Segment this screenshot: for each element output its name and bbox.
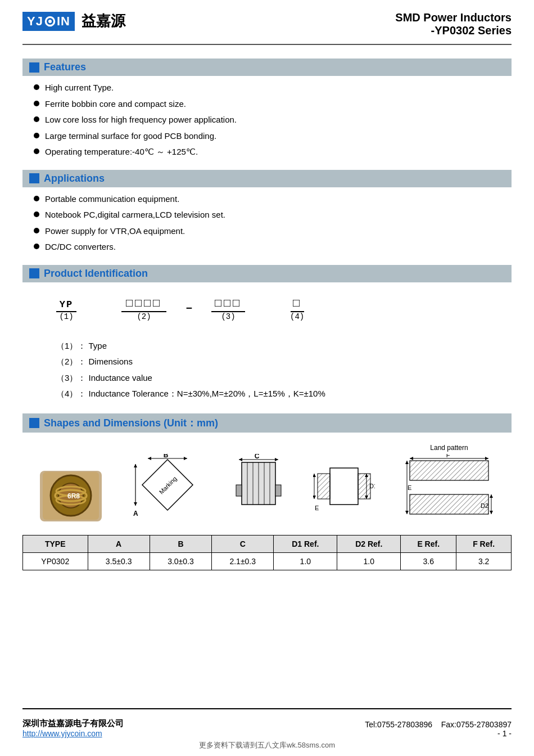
svg-marker-14	[184, 457, 187, 460]
table-row: YP0302 3.5±0.3 3.0±0.3 2.1±0.3 1.0 1.0 3…	[23, 552, 512, 570]
table-header-type: TYPE	[23, 535, 88, 552]
feature-item-4: Large terminal surface for good PCB bond…	[45, 130, 216, 143]
shape-fig-1: 6R8	[40, 471, 102, 521]
svg-text:D1: D1	[369, 483, 375, 489]
logo-coin-icon	[44, 15, 56, 28]
svg-marker-56	[405, 461, 409, 464]
list-item: Ferrite bobbin core and compact size.	[34, 98, 512, 111]
table-cell-a: 3.5±0.3	[88, 552, 150, 570]
watermark: 更多资料下载请到五八文库wk.58sms.com	[22, 738, 512, 750]
bullet-dot	[34, 212, 39, 217]
svg-marker-17	[134, 464, 137, 467]
footer: 深圳市益嘉源电子有限公司 http://www.yjycoin.com Tel:…	[22, 708, 512, 738]
pid-item-2: □□□□ (2)	[121, 297, 166, 321]
table-header-d1: D1 Ref.	[274, 535, 337, 552]
feature-item-1: High current Type.	[45, 82, 114, 94]
table-header-f: F Ref.	[456, 535, 512, 552]
side-view-svg: C	[233, 454, 284, 521]
svg-marker-57	[405, 511, 409, 514]
pid-box-4: □	[293, 297, 301, 310]
svg-text:E: E	[408, 484, 411, 491]
features-list: High current Type. Ferrite bobbin core a…	[22, 82, 512, 164]
shapes-blue-square	[29, 418, 39, 428]
title-sub: -YP0302 Series	[395, 24, 512, 37]
title-main: SMD Power Inductors	[395, 11, 512, 24]
pid-legend-num-1: （1）：	[56, 341, 86, 350]
svg-text:Marking: Marking	[158, 475, 178, 495]
bullet-dot	[34, 148, 39, 154]
table-header-a: A	[88, 535, 150, 552]
product-id-section-header: Product Identification	[22, 265, 512, 282]
applications-list: Portable communication equipment. Notebo…	[22, 193, 512, 259]
shape-fig-3: C	[233, 454, 284, 521]
svg-marker-13	[148, 457, 151, 460]
bullet-dot	[34, 196, 39, 201]
table-cell-e: 3.6	[401, 552, 456, 570]
bullet-dot	[34, 244, 39, 249]
inductor-photo: 6R8	[40, 471, 102, 521]
svg-text:6R8: 6R8	[67, 492, 80, 500]
pid-legend-text-2: Dimensions	[89, 357, 133, 366]
land-pattern-label: Land pattern	[430, 444, 468, 452]
svg-marker-22	[275, 458, 278, 461]
list-item: DC/DC converters.	[34, 241, 512, 254]
header: Y J I N 益嘉源 SMD Power Inductors -YP0302 …	[22, 11, 512, 45]
footer-left: 深圳市益嘉源电子有限公司 http://www.yjycoin.com	[22, 718, 124, 738]
land-pattern-svg: F D2 E	[404, 454, 494, 521]
pid-num-2: (2)	[137, 312, 151, 321]
bullet-dot	[34, 84, 39, 90]
footer-fax: Fax:0755-27803897	[441, 720, 512, 729]
features-title: Features	[44, 61, 86, 73]
svg-rect-50	[410, 494, 488, 514]
applications-title: Applications	[44, 173, 105, 184]
pid-legend-num-3: （3）：	[56, 373, 86, 382]
feature-item-5: Operating temperature:-40℃ ～ +125℃.	[45, 146, 198, 159]
pid-num-1: (1)	[59, 312, 73, 321]
list-item: Notebook PC,digital carmera,LCD televisi…	[34, 209, 512, 222]
app-item-2: Notebook PC,digital carmera,LCD televisi…	[45, 209, 225, 222]
pid-legend: （1）： Type （2）： Dimensions （3）： Inductanc…	[22, 332, 512, 408]
svg-text:F: F	[446, 454, 450, 458]
list-item: Operating temperature:-40℃ ～ +125℃.	[34, 146, 512, 159]
pid-num-3: (3)	[221, 312, 235, 321]
svg-marker-53	[490, 511, 493, 514]
features-blue-square	[29, 62, 39, 73]
svg-rect-31	[275, 485, 281, 496]
list-item: Large terminal surface for good PCB bond…	[34, 130, 512, 143]
table-header-c: C	[212, 535, 274, 552]
table-cell-d2: 1.0	[337, 552, 401, 570]
logo-n: N	[61, 14, 70, 29]
pid-dash: －	[183, 300, 194, 319]
pid-num-4: (4)	[290, 312, 304, 321]
pid-item-3: □□□ (3)	[211, 297, 245, 321]
product-id-blue-square	[29, 268, 39, 278]
svg-rect-49	[410, 461, 488, 480]
pid-legend-text-4: Inductance Tolerance：N=±30%,M=±20%，L=±15…	[89, 389, 325, 398]
svg-marker-52	[490, 494, 493, 498]
pid-legend-item-3: （3）： Inductance value	[56, 370, 478, 386]
svg-text:A: A	[133, 510, 138, 518]
logo-y2: I	[57, 14, 61, 29]
pid-boxes-3: □□□	[215, 297, 242, 310]
website-link[interactable]: http://www.yjycoin.com	[22, 729, 102, 738]
inductor-svg: 6R8	[43, 472, 99, 520]
svg-marker-18	[134, 502, 137, 506]
applications-blue-square	[29, 173, 39, 183]
pid-legend-num-2: （2）：	[56, 357, 86, 366]
title-right: SMD Power Inductors -YP0302 Series	[395, 11, 512, 37]
table-cell-type: YP0302	[23, 552, 88, 570]
pid-legend-num-4: （4）：	[56, 389, 86, 398]
app-item-3: Power supply for VTR,OA equipment.	[45, 225, 185, 238]
product-id-title: Product Identification	[44, 268, 148, 280]
applications-section-header: Applications	[22, 170, 512, 187]
svg-marker-47	[485, 457, 488, 460]
shapes-title: Shapes and Dimensions (Unit：mm)	[44, 416, 218, 430]
svg-rect-30	[236, 485, 242, 496]
pid-legend-text-1: Type	[89, 341, 107, 350]
table-header-d2: D2 Ref.	[337, 535, 401, 552]
svg-point-2	[48, 20, 52, 23]
bullet-dot	[34, 228, 39, 233]
logo-y1: Y	[27, 14, 36, 29]
front-view-svg: D1 E	[313, 454, 375, 521]
pid-yp-label: YP	[60, 299, 73, 310]
